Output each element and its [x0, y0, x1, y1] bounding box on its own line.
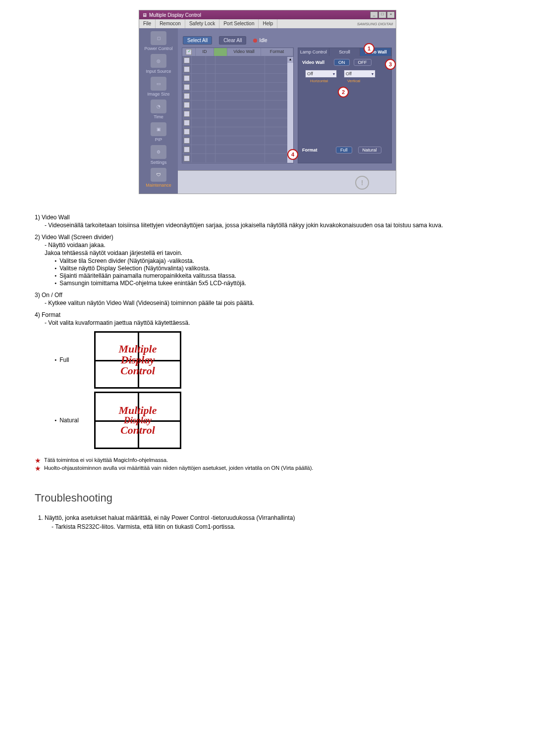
col-check[interactable] [182, 48, 196, 56]
cube-icon: ◻ [151, 31, 166, 45]
table-row[interactable] [182, 74, 293, 83]
table-row[interactable] [182, 145, 293, 154]
titlebar: 🖥 Multiple Display Control _ □ × [139, 10, 396, 19]
table-row[interactable] [182, 109, 293, 118]
tab-lamp-control[interactable]: Lamp Control [298, 48, 329, 56]
doc-item-2-title: 2) Video Wall (Screen divider) [35, 234, 500, 241]
doc-item-3-desc: Kytkee valitun näytön Video Wall (Videos… [45, 300, 500, 306]
sample-full-diagram: Multiple Display Control [94, 331, 181, 389]
menu-help[interactable]: Help [259, 19, 277, 28]
doc-item-1-desc: Videoseinällä tarkoitetaan toisiinsa lii… [45, 222, 500, 229]
natural-button[interactable]: Natural [358, 147, 381, 153]
sidebar-item-image-size[interactable]: ▭ Image Size [141, 77, 176, 97]
troubleshooting-heading: Troubleshooting [35, 492, 500, 504]
sample-natural-label: Natural [54, 417, 84, 424]
sidebar: ◻ Power Control ◎ Input Source ▭ Image S… [139, 28, 178, 194]
on-button[interactable]: ON [334, 59, 350, 66]
warning-icon: ! [355, 176, 369, 190]
table-row[interactable] [182, 92, 293, 101]
app-window: 🖥 Multiple Display Control _ □ × File Re… [139, 10, 396, 194]
device-grid: ID Video Wall Format [182, 48, 294, 163]
callout-4: 4 [287, 149, 298, 160]
video-wall-label: Video Wall [302, 60, 330, 65]
sidebar-item-settings[interactable]: ⚙ Settings [141, 145, 176, 165]
sample-natural-diagram: Multiple Display Control [94, 392, 181, 449]
pip-icon: ▣ [151, 122, 166, 136]
col-video-wall[interactable]: Video Wall [227, 48, 261, 56]
sidebar-item-time[interactable]: ◔ Time [141, 100, 176, 119]
col-format[interactable]: Format [261, 48, 293, 56]
table-row[interactable] [182, 154, 293, 163]
shield-icon: 🛡 [151, 168, 166, 182]
toolbar: Select All Clear All Idle [178, 28, 396, 48]
doc-item-2-bullet: Samsungin toimittama MDC-ohjelma tukee e… [54, 280, 500, 287]
star-icon: ★ [35, 465, 41, 472]
doc-item-2-sub2: Jakoa tehtäessä näytöt voidaan järjestel… [45, 250, 500, 256]
callout-3: 3 [385, 59, 396, 70]
divider-dropdowns: Off▾ Off▾ [298, 69, 391, 79]
minimize-button[interactable]: _ [370, 11, 378, 18]
panel-tabs: Lamp Control Scroll Video Wall [298, 48, 391, 56]
table-row[interactable] [182, 56, 293, 65]
table-row[interactable] [182, 127, 293, 136]
table-row[interactable] [182, 83, 293, 92]
vertical-label: Vertical [340, 79, 368, 83]
app-icon: 🖥 [142, 12, 147, 18]
select-all-button[interactable]: Select All [183, 36, 212, 45]
format-row: Format Full Natural [298, 143, 391, 157]
doc-item-2-bullet: Sijainti määritellään painamalla numerop… [54, 272, 500, 279]
brand-label: SAMSUNG DIGITAll [357, 22, 396, 26]
trouble-item-1-sub: Tarkista RS232C-liitos. Varmista, että l… [52, 523, 500, 530]
doc-item-4-desc: Voit valita kuvaformaatin jaettua näyttö… [45, 319, 500, 326]
sample-full-label: Full [54, 356, 84, 363]
trouble-item-1: Näyttö, jonka asetukset haluat määrittää… [45, 514, 295, 521]
settings-panel: 1 3 2 4 Lamp Control Scroll Video Wall V… [298, 48, 392, 163]
menu-port-selection[interactable]: Port Selection [219, 19, 259, 28]
grid-header: ID Video Wall Format [182, 48, 293, 56]
col-id[interactable]: ID [196, 48, 214, 56]
menu-file[interactable]: File [139, 19, 156, 28]
note-1: Tätä toimintoa ei voi käyttää MagicInfo-… [44, 457, 168, 464]
disc-icon: ◎ [151, 54, 166, 68]
sidebar-item-power-control[interactable]: ◻ Power Control [141, 31, 176, 51]
divider-labels: Horizontal Vertical [298, 79, 391, 83]
doc-item-2-sub1: Näyttö voidaan jakaa. [45, 242, 500, 249]
menu-safety-lock[interactable]: Safety Lock [185, 19, 219, 28]
doc-item-2-bullet: Valitse näyttö Display Selection (Näytön… [54, 265, 500, 272]
callout-2: 2 [338, 87, 349, 98]
col-status [214, 48, 227, 56]
callout-1: 1 [364, 43, 374, 54]
scroll-up-icon[interactable]: ▴ [287, 57, 293, 63]
menu-remocon[interactable]: Remocon [156, 19, 185, 28]
sidebar-item-maintenance[interactable]: 🛡 Maintenance [141, 168, 176, 188]
idle-label: Idle [259, 38, 267, 43]
grid-body [182, 56, 293, 163]
troubleshooting-list: Näyttö, jonka asetukset haluat määrittää… [35, 514, 500, 530]
film-icon: ▭ [151, 77, 166, 91]
notes-block: ★ Tätä toimintoa ei voi käyttää MagicInf… [35, 457, 500, 472]
maximize-button[interactable]: □ [378, 11, 386, 18]
gear-icon: ⚙ [151, 145, 166, 159]
horizontal-select[interactable]: Off▾ [305, 70, 337, 78]
tab-scroll[interactable]: Scroll [329, 48, 361, 56]
clear-all-button[interactable]: Clear All [219, 36, 246, 45]
off-button[interactable]: OFF [354, 59, 372, 66]
table-row[interactable] [182, 136, 293, 145]
scrollbar[interactable]: ▴ [287, 57, 293, 163]
documentation-list: 1) Video Wall Videoseinällä tarkoitetaan… [35, 214, 500, 326]
video-wall-toggle-row: Video Wall ON OFF [298, 56, 391, 69]
table-row[interactable] [182, 65, 293, 74]
vertical-select[interactable]: Off▾ [344, 70, 375, 78]
table-row[interactable] [182, 101, 293, 109]
table-row[interactable] [182, 118, 293, 127]
sidebar-item-input-source[interactable]: ◎ Input Source [141, 54, 176, 74]
doc-item-2-bullet: Valitse tila Screen divider (Näytönjakaj… [54, 257, 500, 264]
format-samples: Full Multiple Display Control Natural Mu… [54, 331, 500, 452]
idle-dot-icon [253, 39, 257, 43]
full-button[interactable]: Full [336, 147, 352, 153]
star-icon: ★ [35, 457, 41, 464]
close-button[interactable]: × [387, 11, 395, 18]
app-screenshot: 🖥 Multiple Display Control _ □ × File Re… [139, 10, 396, 194]
note-2: Huolto-ohjaustoiminnon avulla voi määrit… [44, 465, 313, 472]
sidebar-item-pip[interactable]: ▣ PIP [141, 122, 176, 142]
